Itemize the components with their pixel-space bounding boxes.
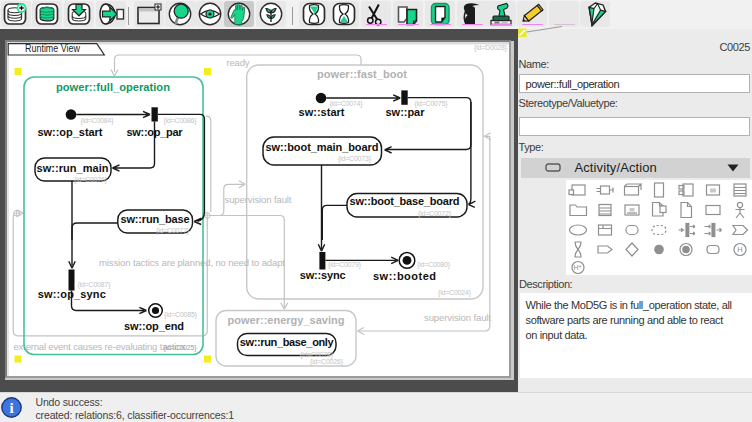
- svg-text:sw::boot_main_board: sw::boot_main_board: [266, 141, 379, 153]
- svg-text:H: H: [737, 245, 742, 254]
- svg-text:power::energy_saving: power::energy_saving: [228, 314, 345, 326]
- svg-text:sw::run_main: sw::run_main: [37, 162, 109, 174]
- svg-text:{id=C0085}: {id=C0085}: [164, 311, 198, 319]
- svg-text:{id=C0026}: {id=C0026}: [310, 358, 344, 366]
- svg-text:sw::start: sw::start: [299, 106, 345, 118]
- svg-text:H*: H*: [574, 264, 582, 271]
- svg-text:{id=C0075}: {id=C0075}: [415, 100, 449, 108]
- svg-text:sw::op_end: sw::op_end: [124, 320, 184, 332]
- svg-text:{id=C0073}: {id=C0073}: [338, 155, 372, 163]
- svg-text:sw::op_par: sw::op_par: [127, 126, 184, 138]
- svg-text:sw::op_start: sw::op_start: [38, 126, 103, 138]
- svg-text:sw::booted: sw::booted: [373, 270, 436, 282]
- svg-text:ready: ready: [227, 57, 250, 68]
- svg-text:power::fast_boot: power::fast_boot: [317, 68, 407, 80]
- svg-text:sw::run_base_only: sw::run_base_only: [240, 336, 335, 348]
- svg-text:{id=C0086}: {id=C0086}: [164, 117, 198, 125]
- svg-text:Runtime View: Runtime View: [25, 43, 81, 54]
- svg-text:{id=C0087}: {id=C0087}: [78, 281, 112, 289]
- svg-text:mission tactics are planned, n: mission tactics are planned, no need to …: [99, 257, 285, 268]
- svg-text:{id=C0077}: {id=C0077}: [156, 227, 190, 235]
- svg-text:i: i: [9, 400, 13, 416]
- svg-text:sw::par: sw::par: [386, 106, 426, 118]
- svg-text:{id=C0079}: {id=C0079}: [328, 261, 362, 269]
- svg-text:{id=C0074}: {id=C0074}: [330, 100, 364, 108]
- svg-text:{id=C0080}: {id=C0080}: [417, 261, 451, 269]
- svg-text:{id=C0076}: {id=C0076}: [74, 176, 108, 184]
- svg-text:{id=C0024}: {id=C0024}: [438, 289, 472, 297]
- svg-text:sw::sync: sw::sync: [300, 269, 346, 281]
- svg-text:sw::boot_base_board: sw::boot_base_board: [350, 195, 460, 207]
- svg-text:power::full_operation: power::full_operation: [56, 81, 170, 93]
- svg-text:external event causes re-evalu: external event causes re-evaluating tact…: [14, 341, 186, 352]
- svg-text:sw::op_sync: sw::op_sync: [38, 288, 106, 300]
- svg-text:{id=C0078}: {id=C0078}: [300, 351, 334, 359]
- svg-text:sw::run_base: sw::run_base: [121, 213, 190, 225]
- svg-text:supervision fault: supervision fault: [225, 194, 292, 205]
- svg-text:supervision fault: supervision fault: [424, 312, 491, 323]
- svg-text:{id=C0084}: {id=C0084}: [81, 117, 115, 125]
- svg-text:{id=C0072}: {id=C0072}: [418, 210, 452, 218]
- svg-text:{id=D0028}: {id=D0028}: [474, 44, 508, 52]
- svg-text:{id=C0025}: {id=C0025}: [164, 344, 198, 352]
